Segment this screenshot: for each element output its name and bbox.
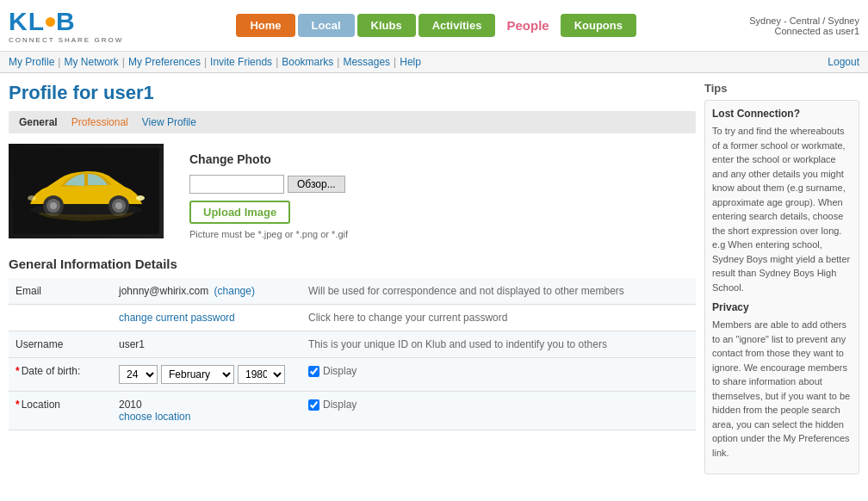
file-input-row: Обзор...	[189, 175, 348, 194]
location-value: 2010 choose location	[112, 392, 301, 430]
sub-nav-my-preferences[interactable]: My Preferences	[128, 56, 201, 68]
username-row: Username user1 This is your unique ID on…	[9, 331, 696, 358]
logo-dot-icon	[46, 17, 55, 27]
sub-nav-my-network[interactable]: My Network	[64, 56, 118, 68]
svg-point-4	[50, 202, 57, 209]
profile-tabs: General Professional View Profile	[9, 111, 696, 133]
logo-sub: CONNECT SHARE GROW	[9, 36, 123, 44]
nav-local[interactable]: Local	[298, 14, 355, 37]
change-password-link[interactable]: change current password	[119, 312, 235, 324]
sub-nav: My Profile | My Network | My Preferences…	[0, 52, 868, 73]
browse-button[interactable]: Обзор...	[288, 176, 345, 193]
main-nav: Home Local Klubs Activities People Koupo…	[123, 14, 749, 37]
location-display: Display	[301, 392, 696, 430]
general-info-title: General Information Details	[9, 257, 696, 271]
location-required-star: *	[16, 399, 20, 411]
car-image	[13, 148, 159, 234]
general-info-section: General Information Details Email johnny…	[9, 257, 696, 430]
sep4: |	[276, 56, 278, 68]
email-text: johnny@whirix.com	[119, 285, 208, 297]
main-container: Profile for user1 General Professional V…	[0, 73, 868, 483]
password-hint: Click here to change your current passwo…	[301, 305, 696, 331]
logo-text: KL	[9, 7, 45, 36]
location-display-checkbox-row: Display	[308, 399, 689, 411]
header: KL B CONNECT SHARE GROW Home Local Klubs…	[0, 0, 868, 52]
nav-koupons[interactable]: Koupons	[561, 14, 636, 37]
sub-nav-my-profile[interactable]: My Profile	[9, 56, 54, 68]
sep1: |	[58, 56, 60, 68]
nav-people[interactable]: People	[498, 15, 557, 36]
tab-view-profile[interactable]: View Profile	[137, 114, 202, 130]
sub-nav-left: My Profile | My Network | My Preferences…	[9, 56, 421, 68]
email-change-link[interactable]: (change)	[214, 285, 255, 297]
username-value: user1	[112, 331, 301, 358]
password-value: change current password	[112, 305, 301, 331]
location-text: Sydney - Central / Sydney	[749, 15, 859, 26]
tab-general[interactable]: General	[14, 114, 63, 130]
email-row: Email johnny@whirix.com (change) Will be…	[9, 278, 696, 305]
username-label: Username	[9, 331, 112, 358]
lost-connection-title: Lost Connection?	[712, 108, 852, 120]
sub-nav-right: Logout	[828, 56, 859, 68]
email-value: johnny@whirix.com (change)	[112, 278, 301, 305]
dob-display: Display	[301, 358, 696, 392]
file-path-input[interactable]	[189, 175, 284, 194]
location-year: 2010	[119, 399, 142, 411]
header-location: Sydney - Central / Sydney Connected as u…	[749, 15, 859, 36]
location-label-text: Location	[22, 399, 60, 411]
password-row: change current password Click here to ch…	[9, 305, 696, 331]
photo-format-note: Picture must be *.jpeg or *.png or *.gif	[189, 229, 348, 239]
dob-display-checkbox-row: Display	[308, 365, 689, 377]
location-label: *Location	[9, 392, 112, 430]
tips-box: Lost Connection? To try and find the whe…	[704, 100, 859, 474]
sub-nav-help[interactable]: Help	[400, 56, 421, 68]
location-display-checkbox[interactable]	[308, 399, 319, 411]
location-display-label: Display	[323, 399, 356, 411]
dob-display-checkbox[interactable]	[308, 366, 319, 377]
choose-location-link[interactable]: choose location	[119, 411, 294, 423]
info-table: Email johnny@whirix.com (change) Will be…	[9, 278, 696, 430]
tips-title: Tips	[704, 82, 859, 95]
tab-professional[interactable]: Professional	[66, 114, 133, 130]
sidebar: Tips Lost Connection? To try and find th…	[704, 82, 859, 474]
logout-link[interactable]: Logout	[828, 56, 859, 68]
svg-point-7	[115, 202, 122, 209]
sep6: |	[394, 56, 396, 68]
sub-nav-invite-friends[interactable]: Invite Friends	[210, 56, 272, 68]
dob-year-select[interactable]: 1980	[238, 365, 285, 384]
sep2: |	[122, 56, 125, 68]
change-photo-title: Change Photo	[189, 152, 348, 166]
email-hint: Will be used for correspondence and not …	[301, 278, 696, 305]
sep3: |	[204, 56, 207, 68]
sep5: |	[337, 56, 339, 68]
dob-day-select[interactable]: 24	[119, 365, 158, 384]
password-label	[9, 305, 112, 331]
sub-nav-messages[interactable]: Messages	[343, 56, 390, 68]
sub-nav-bookmarks[interactable]: Bookmarks	[282, 56, 333, 68]
dob-month-select[interactable]: February	[161, 365, 234, 384]
location-row: *Location 2010 choose location Display	[9, 392, 696, 430]
privacy-text: Members are able to add others to an "ig…	[712, 318, 852, 460]
dob-required-star: *	[16, 365, 20, 377]
lost-connection-text: To try and find the whereabouts of a for…	[712, 124, 852, 294]
change-photo-form: Change Photo Обзор... Upload Image Pictu…	[189, 144, 348, 239]
svg-point-9	[28, 195, 36, 201]
username-hint: This is your unique ID on Klub and used …	[301, 331, 696, 358]
email-label: Email	[9, 278, 112, 305]
page-title: Profile for user1	[9, 82, 696, 104]
profile-photo	[9, 144, 164, 238]
svg-point-8	[136, 195, 145, 201]
privacy-title: Privacy	[712, 301, 852, 313]
logo-text2: B	[56, 7, 76, 36]
upload-image-button[interactable]: Upload Image	[189, 201, 290, 224]
nav-home[interactable]: Home	[236, 14, 294, 37]
sidebar-tips: Tips Lost Connection? To try and find th…	[704, 82, 859, 474]
logo: KL B CONNECT SHARE GROW	[9, 7, 123, 44]
connected-as-text: Connected as user1	[749, 26, 859, 36]
dob-label-text: Date of birth:	[22, 365, 81, 377]
dob-inputs: 24 February 1980	[112, 358, 301, 392]
nav-activities[interactable]: Activities	[418, 14, 496, 37]
dob-display-label: Display	[323, 365, 356, 377]
dob-row: *Date of birth: 24 February 1980	[9, 358, 696, 392]
nav-klubs[interactable]: Klubs	[357, 14, 416, 37]
